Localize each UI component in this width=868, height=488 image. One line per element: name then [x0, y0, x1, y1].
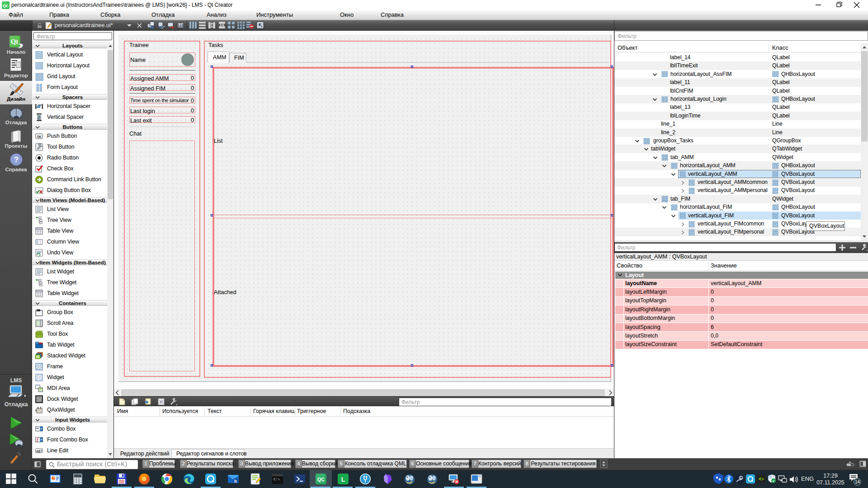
- svg-text:?: ?: [14, 155, 19, 164]
- svg-text:AB: AB: [36, 450, 41, 453]
- svg-text:OK: OK: [37, 135, 42, 138]
- svg-text:b: b: [234, 479, 237, 483]
- svg-text:C:\: C:\: [274, 477, 280, 481]
- svg-text:L: L: [341, 476, 345, 483]
- svg-text:Qt: Qt: [11, 38, 19, 45]
- svg-text:123: 123: [178, 23, 184, 28]
- svg-text:QC: QC: [317, 477, 325, 482]
- svg-text:QC: QC: [3, 4, 9, 8]
